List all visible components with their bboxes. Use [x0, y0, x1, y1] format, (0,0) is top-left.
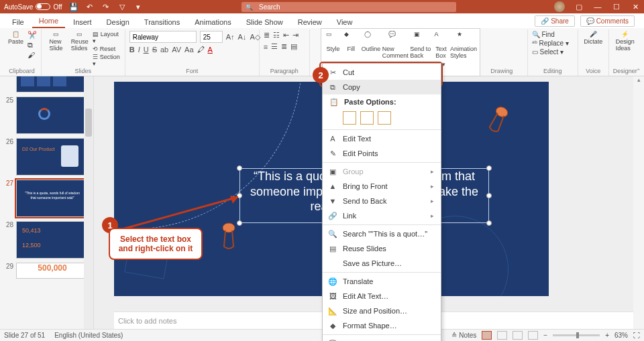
tab-view[interactable]: View	[330, 16, 360, 28]
cm-new-comment[interactable]: 💬New Comment	[323, 336, 441, 341]
cm-send-back[interactable]: ▼Send to Back▸	[323, 194, 441, 208]
comments-button[interactable]: 💬 Comments	[580, 15, 635, 27]
char-spacing-button[interactable]: AV	[172, 46, 181, 54]
cm-format-shape[interactable]: ◆Format Shape…	[323, 318, 441, 333]
bold-button[interactable]: B	[129, 46, 135, 54]
numbering-icon[interactable]: ☷	[273, 31, 280, 40]
customize-qat-icon[interactable]: ▾	[133, 2, 143, 11]
redo-icon[interactable]: ↷	[101, 2, 111, 11]
reading-view-icon[interactable]	[513, 331, 523, 340]
cm-copy[interactable]: ⧉Copy	[323, 80, 441, 94]
minimize-icon[interactable]: —	[593, 2, 602, 11]
close-icon[interactable]: ✕	[631, 2, 640, 11]
align-center-icon[interactable]: ☰	[271, 42, 278, 51]
italic-button[interactable]: I	[138, 46, 140, 54]
paste-theme-icon[interactable]	[343, 111, 356, 125]
user-avatar[interactable]	[554, 1, 565, 12]
bullets-icon[interactable]: ≣	[264, 31, 270, 40]
dictate-button[interactable]: 🎤Dictate	[582, 31, 604, 45]
from-beginning-icon[interactable]: ▽	[117, 2, 127, 11]
underline-button[interactable]: U	[144, 46, 149, 54]
tab-insert[interactable]: Insert	[66, 16, 99, 28]
cm-cut[interactable]: ✂Cut	[323, 65, 441, 80]
font-name-select[interactable]	[129, 31, 197, 43]
select-button[interactable]: ▭ Select ▾	[532, 48, 569, 56]
format-painter-icon[interactable]: 🖌	[28, 51, 37, 59]
fit-window-icon[interactable]: ⛶	[633, 332, 640, 339]
reuse-slides-button[interactable]: ▭Reuse Slides	[69, 31, 90, 52]
align-right-icon[interactable]: ≣	[281, 42, 287, 51]
vertical-scrollbar[interactable]: ▴	[633, 76, 644, 329]
cm-translate[interactable]: 🌐Translate	[323, 274, 441, 289]
highlight-button[interactable]: 🖍	[197, 46, 205, 54]
undo-icon[interactable]: ↶	[85, 2, 95, 11]
reset-button[interactable]: ⟲ Reset	[93, 46, 121, 52]
search-box[interactable]: Search	[241, 2, 456, 12]
indent-inc-icon[interactable]: ⇥	[292, 31, 299, 40]
replace-button[interactable]: ᵃᵇ Replace ▾	[532, 40, 569, 47]
slide-thumb-28[interactable]: 50,41312,500	[16, 221, 89, 259]
cm-size-position[interactable]: 📐Size and Position…	[323, 303, 441, 318]
slide-thumb-26[interactable]: D2 Our Product	[16, 138, 89, 176]
align-left-icon[interactable]: ≡	[264, 43, 268, 51]
language-status[interactable]: English (United States)	[54, 332, 123, 339]
layout-button[interactable]: ▤ Layout ▾	[93, 31, 121, 44]
font-color-button[interactable]: A	[208, 46, 213, 54]
slide-thumb-25[interactable]	[16, 96, 89, 134]
cm-edit-text[interactable]: AEdit Text	[323, 131, 441, 146]
paste-button[interactable]: 📋 Paste	[7, 31, 25, 45]
cut-icon[interactable]: ✂️	[28, 31, 37, 40]
thumb-scrollbar[interactable]	[84, 76, 93, 329]
autosave-switch-icon[interactable]	[36, 3, 50, 10]
new-slide-button[interactable]: ▭New Slide	[46, 31, 66, 52]
tab-file[interactable]: File	[5, 16, 31, 28]
slideshow-view-icon[interactable]	[528, 331, 538, 340]
notes-toggle[interactable]: ≙ Notes	[451, 332, 476, 339]
save-icon[interactable]: 💾	[69, 2, 78, 11]
collapse-ribbon-icon[interactable]: ⌃	[636, 68, 641, 74]
zoom-out-icon[interactable]: −	[543, 332, 547, 339]
increase-font-icon[interactable]: A↑	[226, 33, 235, 41]
cm-paste-options[interactable]	[323, 109, 441, 128]
tab-slideshow[interactable]: Slide Show	[239, 16, 290, 28]
animation-styles-button[interactable]: ★Animation Styles	[451, 31, 476, 74]
find-button[interactable]: 🔍 Find	[532, 31, 569, 38]
autosave-toggle[interactable]: AutoSave Off	[4, 3, 62, 11]
section-button[interactable]: ☰ Section ▾	[93, 54, 121, 67]
change-case-button[interactable]: Aa	[184, 46, 193, 54]
justify-icon[interactable]: ▤	[290, 42, 297, 51]
maximize-icon[interactable]: ☐	[612, 2, 621, 11]
slide-thumbnail-pane[interactable]: 123 25 26D2 Our Product 27"This is a quo…	[0, 76, 94, 329]
slide-thumb-24[interactable]: 123	[16, 76, 89, 92]
strike-button[interactable]: S	[152, 46, 157, 54]
tab-transitions[interactable]: Transitions	[138, 16, 186, 28]
share-button[interactable]: 🔗 Share	[535, 15, 574, 27]
tab-design[interactable]: Design	[100, 16, 136, 28]
design-ideas-button[interactable]: ⚡Design Ideas	[613, 31, 637, 52]
tab-home[interactable]: Home	[32, 15, 65, 28]
clear-format-icon[interactable]: A◇	[250, 33, 260, 42]
paste-keep-icon[interactable]	[360, 111, 374, 125]
indent-dec-icon[interactable]: ⇤	[283, 31, 289, 40]
tab-animations[interactable]: Animations	[188, 16, 237, 28]
zoom-in-icon[interactable]: +	[605, 332, 609, 339]
sorter-view-icon[interactable]	[497, 331, 507, 340]
cm-edit-points[interactable]: ✎Edit Points	[323, 146, 441, 161]
normal-view-icon[interactable]	[482, 331, 492, 340]
cm-alt-text[interactable]: 🖼Edit Alt Text…	[323, 289, 441, 303]
tab-review[interactable]: Review	[291, 16, 329, 28]
paste-picture-icon[interactable]	[378, 111, 391, 125]
copy-icon[interactable]: ⧉	[28, 41, 37, 50]
cm-bring-front[interactable]: ▲Bring to Front▸	[323, 179, 441, 194]
cm-save-picture[interactable]: Save as Picture…	[323, 256, 441, 271]
text-shadow-button[interactable]: ab	[160, 46, 168, 54]
cm-reuse-slides[interactable]: ▤Reuse Slides	[323, 241, 441, 256]
zoom-slider[interactable]	[553, 334, 600, 336]
cm-search[interactable]: 🔍Search ""This is a quot…"	[323, 226, 441, 241]
decrease-font-icon[interactable]: A↓	[238, 33, 247, 41]
font-size-select[interactable]	[200, 31, 223, 43]
slide-thumb-29[interactable]: 500,000	[16, 263, 89, 279]
cm-link[interactable]: 🔗Link▸	[323, 208, 441, 223]
ribbon-display-icon[interactable]: ▢	[574, 2, 584, 11]
slide-thumb-27[interactable]: "This is a quote, words full of wisdomth…	[16, 180, 89, 217]
